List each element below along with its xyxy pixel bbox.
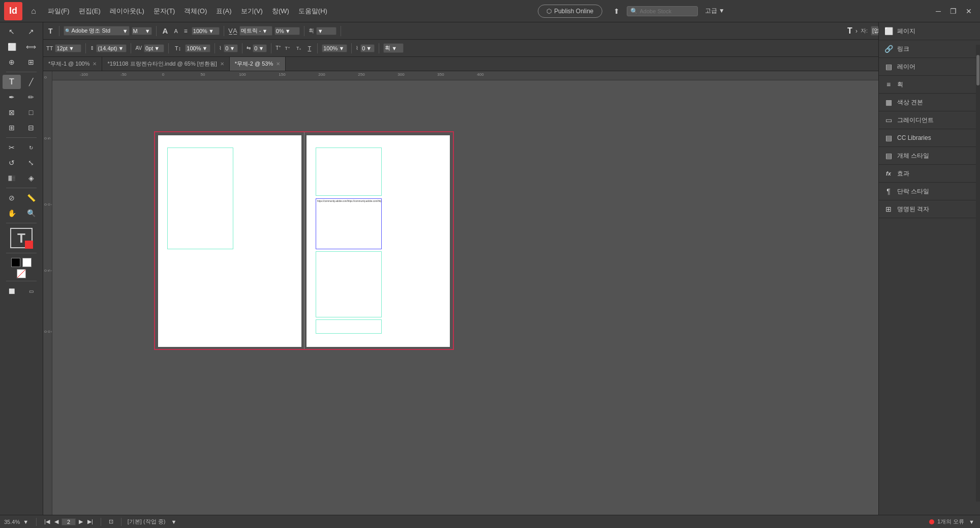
pct-dropdown-2[interactable]: 100% ▼ — [322, 44, 347, 52]
grade-label[interactable]: 고급 ▼ — [705, 7, 725, 15]
rp-stroke[interactable]: ≡ 획 — [879, 76, 980, 94]
menu-help[interactable]: 도움말(H) — [294, 5, 331, 18]
frame-x-tool[interactable]: ⊠ — [3, 105, 21, 120]
stock-search-input[interactable] — [640, 8, 691, 14]
rp-gradient[interactable]: ▭ 그레이디언트 — [879, 111, 980, 129]
tab-0[interactable]: *무제-1 @ 100% ✕ — [43, 57, 102, 71]
measure-tool[interactable]: 📏 — [22, 191, 40, 205]
rect-tool[interactable]: □ — [22, 105, 40, 120]
pencil-tool[interactable]: ✏ — [22, 90, 40, 104]
right-panel-scrollbar[interactable] — [976, 45, 980, 502]
direct-select-tool[interactable]: ↗ — [22, 24, 40, 39]
gradient-feather[interactable]: ◈ — [22, 171, 40, 185]
menu-table[interactable]: 표(A) — [212, 5, 235, 18]
font-family-dropdown[interactable]: 🔍 Adobe 명조 Std ▼ — [64, 26, 130, 36]
kerning-dropdown[interactable]: 0pt ▼ — [144, 44, 164, 52]
maximize-button[interactable]: ❐ — [946, 4, 961, 18]
menu-file[interactable]: 파일(F) — [44, 5, 74, 18]
stock-search[interactable]: 🔍 — [627, 6, 698, 16]
type-color-indicator[interactable]: T — [10, 228, 33, 248]
scale-v-dropdown[interactable]: 100% ▼ — [185, 44, 210, 52]
shift-dropdown[interactable]: 0 ▼ — [253, 44, 267, 52]
frame-tool-2[interactable]: ⬜ — [3, 284, 21, 298]
content-collector[interactable]: ⊕ — [3, 55, 21, 69]
background-swatch[interactable] — [22, 258, 32, 267]
tab-0-close[interactable]: ✕ — [93, 61, 97, 67]
tracking-dropdown[interactable]: 0% ▼ — [274, 27, 300, 35]
zoom-tool[interactable]: 🔍 — [22, 206, 40, 220]
rp-cc-libraries[interactable]: ▤ CC Libraries — [879, 129, 980, 147]
menu-window[interactable]: 창(W) — [268, 5, 293, 18]
frame-right-bottom-small[interactable] — [316, 319, 382, 334]
font-align-icon[interactable]: ≡ — [182, 26, 190, 36]
shape-tool[interactable]: ▭ — [22, 284, 40, 298]
select-tool[interactable]: ↖ — [3, 24, 21, 39]
subscript-btn[interactable]: T₊ — [294, 45, 304, 52]
tab-2[interactable]: *무제-2 @ 53% ✕ — [230, 57, 286, 71]
next-page-btn[interactable]: ▶ — [77, 518, 84, 525]
extra-dropdown[interactable]: 획 ▼ — [383, 43, 404, 53]
rp-layers[interactable]: ▤ 레이어 — [879, 58, 980, 76]
scale-t-icon[interactable]: T↕ — [173, 44, 183, 52]
eyedropper-tool[interactable]: ⊘ — [3, 191, 21, 205]
none-swatch[interactable] — [17, 269, 26, 278]
gradient-swatch[interactable]: ▓░ — [3, 171, 21, 185]
fit-page-btn[interactable]: ⊡ — [107, 518, 115, 525]
minimize-button[interactable]: ─ — [931, 4, 945, 18]
tab-2-close[interactable]: ✕ — [276, 61, 280, 67]
type-tool-icon[interactable]: T — [46, 26, 55, 36]
pt-size-dropdown[interactable]: 12pt ▼ — [55, 44, 81, 52]
menu-view[interactable]: 보기(V) — [237, 5, 267, 18]
menu-layout[interactable]: 레이아웃(L) — [106, 5, 148, 18]
baseline-dropdown[interactable]: 0 ▼ — [224, 44, 238, 52]
free-transform[interactable]: ↻ — [22, 140, 40, 155]
prev-page-btn[interactable]: ◀ — [53, 518, 60, 525]
superscript-btn[interactable]: T⁺ — [283, 45, 293, 52]
rp-pages[interactable]: ⬜ 페이지 — [879, 22, 980, 40]
error-dropdown-btn[interactable]: ▼ — [967, 518, 976, 525]
pen-tool[interactable]: ✒ — [3, 90, 21, 104]
rp-effects[interactable]: fx 효과 — [879, 165, 980, 183]
zoom-down-btn[interactable]: ▼ — [21, 518, 30, 525]
metrics-dropdown[interactable]: 메트릭 - ▼ — [239, 26, 272, 36]
frame-right-top[interactable] — [316, 148, 382, 196]
frame-right-bottom[interactable] — [316, 251, 382, 317]
leading-dropdown[interactable]: (14.4pt) ▼ — [96, 44, 127, 52]
tab-1[interactable]: *191108 프랑켄슈타인.indd @ 65% [변환됨] ✕ — [102, 57, 229, 71]
rp-swatches[interactable]: ▦ 색상 견본 — [879, 94, 980, 111]
home-icon[interactable]: ⌂ — [26, 4, 41, 18]
rp-object-styles[interactable]: ▤ 개체 스타일 — [879, 147, 980, 165]
scissors-tool[interactable]: ✂ — [3, 140, 21, 155]
page-input[interactable] — [62, 518, 76, 525]
frame-left[interactable] — [167, 148, 233, 249]
menu-text[interactable]: 문자(T) — [149, 5, 179, 18]
stroke-dropdown[interactable]: ▼ — [316, 27, 336, 35]
grid-frame-tool[interactable]: ⊞ — [3, 121, 21, 135]
content-placer[interactable]: ⊞ — [22, 55, 40, 69]
frame-right-text[interactable]: https://community.adobe.com/https://comm… — [316, 198, 382, 249]
font-size-pct-dropdown[interactable]: 100% ▼ — [192, 27, 220, 35]
underline-btn[interactable]: T — [306, 44, 314, 52]
publish-online-button[interactable]: ⬡ Publish Online — [538, 5, 602, 18]
last-page-btn[interactable]: ▶| — [86, 518, 95, 525]
menu-edit[interactable]: 편집(E) — [75, 5, 105, 18]
type-tool[interactable]: T — [3, 75, 21, 89]
baseline-dropdown-2[interactable]: 0 ▼ — [360, 44, 375, 52]
font-size-small-icon[interactable]: A — [172, 27, 179, 35]
hand-tool[interactable]: ✋ — [3, 206, 21, 220]
menu-object[interactable]: 객체(O) — [180, 5, 211, 18]
foreground-swatch[interactable] — [11, 258, 20, 267]
rotate-tool[interactable]: ↺ — [3, 156, 21, 170]
gap-tool[interactable]: ⟺ — [22, 40, 40, 54]
rp-para-styles[interactable]: ¶ 단락 스타일 — [879, 183, 980, 200]
first-page-btn[interactable]: |◀ — [43, 518, 51, 525]
mode-dropdown-btn[interactable]: ▼ — [169, 518, 178, 525]
scale-tool[interactable]: ⤡ — [22, 156, 40, 170]
font-size-large-icon[interactable]: A — [161, 25, 170, 36]
rp-named-grid[interactable]: ⊞ 명명된 격자 — [879, 200, 980, 218]
rp-links[interactable]: 🔗 링크 — [879, 40, 980, 58]
page-tool[interactable]: ⬜ — [3, 40, 21, 54]
tab-1-close[interactable]: ✕ — [220, 61, 224, 67]
close-button[interactable]: ✕ — [962, 4, 976, 18]
share-icon-btn[interactable]: ⬆ — [609, 4, 624, 18]
